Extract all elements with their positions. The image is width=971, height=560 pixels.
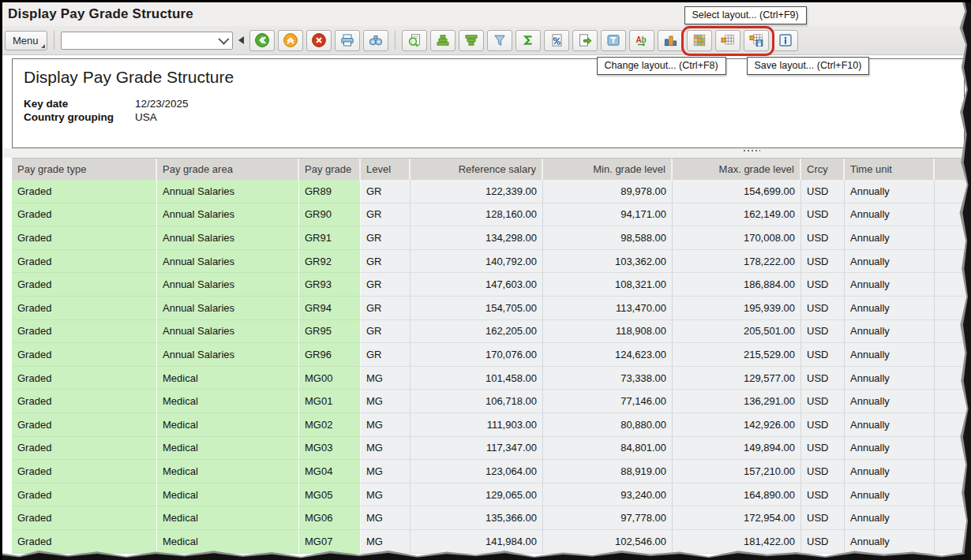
table-cell[interactable]: GR — [361, 297, 411, 320]
splitter-grip-icon[interactable] — [743, 149, 760, 153]
table-row[interactable]: GradedMedicalMG00MG101,458.0073,338.0012… — [12, 367, 971, 390]
sum-button[interactable] — [515, 30, 541, 51]
table-cell[interactable]: Graded — [12, 390, 157, 413]
table-cell[interactable]: Graded — [12, 273, 157, 297]
table-row[interactable]: GradedMedicalMG05MG129,065.0093,240.0016… — [12, 483, 971, 507]
subtotals-button[interactable] — [544, 30, 569, 51]
table-cell[interactable]: Graded — [12, 367, 157, 390]
table-cell[interactable]: 111,903.00 — [411, 413, 543, 437]
table-cell[interactable]: 141,984.00 — [411, 530, 543, 554]
table-row[interactable]: GradedMedicalMG03MG117,347.0084,801.0014… — [12, 437, 971, 461]
table-cell[interactable]: Annual Salaries — [157, 180, 299, 203]
table-cell[interactable]: 162,205.00 — [411, 320, 543, 344]
table-cell[interactable]: GR90 — [299, 203, 361, 227]
table-cell[interactable]: Graded — [12, 437, 157, 461]
table-cell[interactable]: Annually — [845, 297, 935, 320]
table-row[interactable]: GradedMedicalMG06MG135,366.0097,778.0017… — [12, 506, 971, 530]
table-cell[interactable]: USD — [801, 343, 845, 367]
table-cell[interactable]: USD — [801, 506, 845, 530]
column-header[interactable]: Level — [361, 159, 411, 180]
table-cell[interactable]: GR — [361, 273, 411, 297]
table-cell[interactable]: 73,338.00 — [543, 367, 673, 390]
table-cell[interactable]: Graded — [12, 297, 157, 320]
table-cell[interactable]: GR — [361, 203, 411, 227]
print-button[interactable] — [335, 30, 360, 51]
back-button[interactable] — [249, 30, 275, 51]
table-row[interactable]: GradedAnnual SalariesGR96GR170,076.00124… — [12, 343, 971, 367]
table-cell[interactable]: 113,470.00 — [543, 297, 673, 320]
table-cell[interactable]: Medical — [157, 460, 299, 483]
table-cell[interactable]: 181,422.00 — [673, 530, 801, 554]
table-cell[interactable]: MG — [361, 506, 411, 530]
table-cell[interactable]: 122,339.00 — [411, 180, 543, 203]
table-cell[interactable]: 135,366.00 — [411, 506, 543, 530]
command-field[interactable] — [61, 32, 233, 50]
table-cell[interactable]: USD — [801, 226, 845, 250]
table-cell[interactable]: Graded — [12, 483, 157, 507]
table-cell[interactable]: 162,149.00 — [673, 203, 801, 227]
table-cell[interactable]: USD — [801, 390, 845, 413]
table-cell[interactable]: 149,894.00 — [673, 437, 801, 461]
table-cell[interactable]: GR96 — [299, 343, 361, 367]
table-cell[interactable]: Annually — [845, 413, 935, 437]
table-cell[interactable]: USD — [801, 367, 845, 390]
table-cell[interactable]: Graded — [12, 226, 157, 250]
table-cell[interactable]: Graded — [12, 506, 157, 530]
table-cell[interactable]: 102,546.00 — [543, 530, 673, 554]
table-cell[interactable]: Annually — [845, 273, 935, 297]
sort-descending-button[interactable] — [459, 30, 484, 51]
table-cell[interactable]: Medical — [157, 506, 299, 530]
sort-ascending-button[interactable] — [430, 30, 456, 51]
command-field-input[interactable] — [66, 32, 219, 48]
table-cell[interactable]: MG — [361, 367, 411, 390]
table-cell[interactable]: 157,210.00 — [673, 460, 801, 483]
table-cell[interactable]: 118,908.00 — [543, 320, 673, 344]
table-cell[interactable]: 186,884.00 — [673, 273, 801, 297]
table-cell[interactable]: Graded — [12, 180, 157, 203]
table-cell[interactable]: 123,064.00 — [411, 460, 543, 483]
table-cell[interactable]: Annually — [845, 343, 935, 367]
table-cell[interactable]: 195,939.00 — [673, 297, 801, 320]
column-header[interactable]: Pay grade type — [12, 159, 157, 180]
table-cell[interactable]: 98,588.00 — [543, 226, 673, 250]
table-cell[interactable]: 108,321.00 — [543, 273, 673, 297]
table-cell[interactable]: MG — [361, 413, 411, 437]
table-cell[interactable]: Annual Salaries — [157, 273, 299, 297]
table-cell[interactable]: Annually — [845, 506, 935, 530]
table-cell[interactable]: Annual Salaries — [157, 320, 299, 344]
table-cell[interactable]: Medical — [157, 530, 299, 554]
table-cell[interactable]: Annually — [845, 250, 935, 274]
table-row[interactable]: GradedAnnual SalariesGR91GR134,298.0098,… — [12, 226, 971, 250]
table-cell[interactable]: USD — [801, 273, 845, 297]
table-row[interactable]: GradedAnnual SalariesGR95GR162,205.00118… — [12, 320, 971, 344]
table-cell[interactable]: GR — [361, 320, 411, 344]
table-cell[interactable]: 154,699.00 — [673, 180, 801, 203]
table-cell[interactable]: USD — [801, 530, 845, 554]
table-cell[interactable]: GR91 — [299, 226, 361, 250]
table-cell[interactable]: GR89 — [299, 180, 361, 203]
select-layout-button[interactable] — [687, 30, 712, 51]
table-cell[interactable]: Graded — [12, 250, 157, 274]
table-cell[interactable]: MG02 — [299, 413, 361, 437]
table-cell[interactable]: 97,778.00 — [543, 506, 673, 530]
table-cell[interactable]: MG — [361, 390, 411, 413]
table-cell[interactable]: USD — [801, 250, 845, 274]
table-cell[interactable]: USD — [801, 483, 845, 507]
table-cell[interactable]: 205,501.00 — [673, 320, 801, 344]
table-cell[interactable]: MG — [361, 530, 411, 554]
table-cell[interactable]: Annually — [845, 203, 935, 227]
menu-button[interactable]: Menu — [5, 31, 47, 50]
history-collapse-icon[interactable] — [238, 36, 244, 44]
table-cell[interactable]: MG04 — [299, 460, 361, 483]
word-processing-button[interactable] — [601, 30, 626, 51]
filter-button[interactable] — [487, 30, 512, 51]
table-cell[interactable]: MG07 — [299, 530, 361, 554]
table-cell[interactable]: USD — [801, 437, 845, 461]
column-header[interactable]: Min. grade level — [543, 159, 673, 180]
table-cell[interactable]: Graded — [12, 343, 157, 367]
table-cell[interactable]: Annually — [845, 226, 935, 250]
table-cell[interactable]: Annual Salaries — [157, 203, 299, 227]
table-row[interactable]: GradedAnnual SalariesGR93GR147,603.00108… — [12, 273, 971, 297]
table-row[interactable]: GradedMedicalMG01MG106,718.0077,146.0013… — [12, 390, 971, 413]
column-header[interactable]: Max. grade level — [673, 159, 801, 180]
